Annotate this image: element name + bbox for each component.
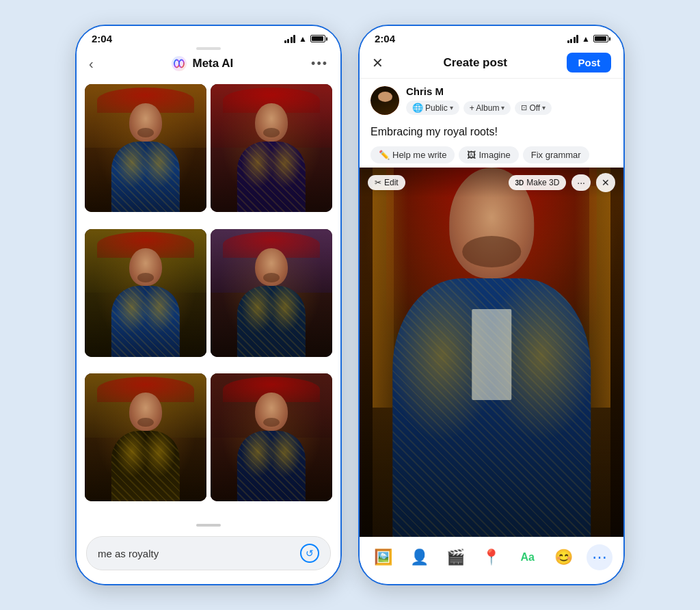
make-3d-button[interactable]: 3D Make 3D	[509, 175, 567, 190]
grid-image-3[interactable]	[85, 229, 206, 357]
back-button[interactable]: ‹	[89, 56, 94, 72]
image-grid	[77, 79, 340, 520]
public-chevron: ▾	[450, 104, 453, 111]
create-post-header: ✕ Create post Post	[360, 47, 623, 79]
close-button[interactable]: ✕	[372, 55, 383, 71]
battery-icon-1	[310, 35, 325, 42]
post-image: ✂ Edit 3D Make 3D ··· ✕	[360, 168, 623, 537]
album-pill[interactable]: + Album ▾	[463, 101, 511, 115]
pencil-icon: ✏️	[379, 150, 390, 160]
grid-image-5[interactable]	[85, 373, 206, 501]
reel-tool[interactable]: 🎬	[442, 544, 468, 570]
ai-tools-row: ✏️ Help me write 🖼 Imagine Fix grammar	[360, 142, 623, 168]
photo-video-tool[interactable]: 🖼️	[370, 544, 396, 570]
threed-icon: 3D	[515, 179, 524, 187]
status-icons-2: ▲	[567, 34, 608, 44]
chat-input[interactable]	[98, 548, 293, 559]
post-text-area[interactable]: Embracing my royal roots!	[360, 122, 623, 142]
location-tool[interactable]: 📍	[479, 544, 504, 570]
wifi-icon-1: ▲	[299, 34, 307, 44]
more-tool[interactable]: ⋯	[587, 544, 612, 570]
edit-label: Edit	[384, 178, 399, 187]
phone-1-meta-ai: 2:04 ▲ ‹	[75, 25, 342, 585]
audience-public-pill[interactable]: 🌐 Public ▾	[406, 101, 459, 115]
time-2: 2:04	[375, 33, 395, 44]
battery-icon-2	[593, 35, 608, 42]
grid-image-6[interactable]	[211, 373, 332, 501]
wall-right	[589, 168, 610, 537]
status-bar-1: 2:04 ▲	[77, 26, 340, 47]
imagine-icon: 🖼	[467, 150, 476, 160]
image-overlay-controls: ✂ Edit 3D Make 3D ··· ✕	[360, 168, 623, 198]
grid-image-4[interactable]	[211, 229, 332, 357]
emoji-tool[interactable]: 😊	[551, 544, 577, 570]
album-label: + Album	[470, 103, 500, 113]
imagine-button[interactable]: 🖼 Imagine	[459, 146, 518, 163]
album-chevron: ▾	[501, 104, 504, 111]
help-me-write-button[interactable]: ✏️ Help me write	[371, 146, 455, 163]
camera-icon: ⊡	[521, 103, 527, 112]
chat-input-box[interactable]: ↺	[86, 536, 331, 570]
scroll-handle	[196, 524, 221, 527]
bottom-toolbar: 🖼️ 👤 🎬 📍 Aa 😊 ⋯	[360, 537, 623, 584]
post-button[interactable]: Post	[567, 53, 611, 72]
imagine-label: Imagine	[479, 150, 510, 160]
time-1: 2:04	[92, 33, 112, 44]
post-text: Embracing my royal roots!	[371, 126, 498, 137]
create-post-title: Create post	[443, 56, 507, 70]
fix-grammar-label: Fix grammar	[531, 150, 581, 160]
status-bar-2: 2:04 ▲	[360, 26, 623, 47]
edit-icon: ✂	[375, 178, 381, 187]
make-3d-label: Make 3D	[526, 178, 559, 187]
figure-jacket	[392, 278, 591, 537]
off-label: Off	[529, 103, 540, 113]
signal-icon-2	[567, 35, 579, 43]
meta-ai-title: Meta AI	[171, 55, 233, 72]
phone-2-create-post: 2:04 ▲ ✕ Create post Post Chris M	[358, 25, 625, 585]
public-label: Public	[425, 103, 448, 113]
edit-button[interactable]: ✂ Edit	[368, 175, 405, 190]
meta-logo-icon	[171, 55, 187, 72]
meta-ai-label: Meta AI	[192, 57, 233, 70]
image-close-button[interactable]: ✕	[596, 173, 615, 192]
overlay-right-buttons: 3D Make 3D ··· ✕	[509, 173, 616, 192]
globe-icon: 🌐	[412, 103, 423, 113]
post-image-area: ✂ Edit 3D Make 3D ··· ✕	[360, 168, 623, 537]
fix-grammar-button[interactable]: Fix grammar	[523, 146, 589, 163]
grid-image-1[interactable]	[85, 84, 206, 212]
drag-handle-1	[196, 47, 221, 50]
refresh-button[interactable]: ↺	[300, 544, 319, 563]
user-info: Chris M 🌐 Public ▾ + Album ▾ ⊡ Off ▾	[406, 85, 552, 115]
meta-ai-header: ‹ Meta AI •••	[77, 51, 340, 79]
off-chevron: ▾	[542, 104, 546, 111]
user-meta-row: 🌐 Public ▾ + Album ▾ ⊡ Off ▾	[406, 101, 552, 115]
grid-image-2[interactable]	[211, 84, 332, 212]
chat-input-area: ↺	[77, 529, 340, 584]
status-icons-1: ▲	[284, 34, 325, 44]
tag-people-tool[interactable]: 👤	[406, 544, 432, 570]
wall-left	[373, 168, 394, 537]
signal-icon-1	[284, 35, 296, 43]
text-style-tool[interactable]: Aa	[515, 544, 541, 570]
wifi-icon-2: ▲	[582, 34, 590, 44]
help-me-write-label: Help me write	[392, 150, 446, 160]
off-pill[interactable]: ⊡ Off ▾	[515, 101, 552, 115]
more-button[interactable]: •••	[311, 57, 328, 71]
avatar	[371, 86, 399, 115]
overlay-more-button[interactable]: ···	[571, 174, 591, 191]
user-name: Chris M	[406, 85, 552, 97]
user-row: Chris M 🌐 Public ▾ + Album ▾ ⊡ Off ▾	[360, 79, 623, 122]
